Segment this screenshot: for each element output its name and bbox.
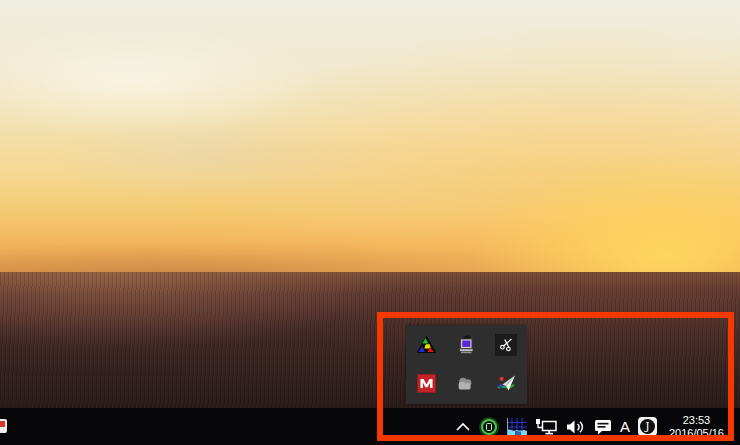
adobe-red-glyph [417,374,436,393]
monitor-purple-screen-icon[interactable] [454,333,478,357]
scissors-background [495,334,517,356]
cloud-gray-glyph [455,376,477,391]
taskbar-clock[interactable]: 23:53 2016/05/16 [669,414,724,440]
taskbar-partial-icon[interactable] [0,419,7,433]
clock-date: 2016/05/16 [669,427,724,440]
clock-time: 23:53 [669,414,724,427]
green-ring-glyph [486,423,492,431]
ime-mode-label: A [620,419,630,434]
cloud-gray-icon[interactable] [454,372,478,396]
j-app-icon[interactable]: J [638,417,657,436]
message-bubble-icon[interactable] [594,419,612,435]
j-app-glyph: J [640,419,655,434]
wallpaper-sky [0,0,740,272]
system-tray: A J 23:53 2016/05/16 [455,408,740,445]
multicolor-triangle-icon[interactable] [414,333,438,357]
volume-glyph [566,419,586,435]
scissors-icon[interactable] [494,333,518,357]
colorful-arrow-icon[interactable] [494,372,518,396]
ime-mode-indicator[interactable]: A [620,419,630,434]
volume-icon[interactable] [566,419,586,435]
network-wired-icon[interactable] [535,418,558,435]
taskbar: A J 23:53 2016/05/16 [0,408,740,445]
colorful-arrow-glyph [496,374,517,394]
message-bubble-glyph [594,419,612,435]
chevron-up-icon [455,422,471,432]
performance-graph-app-icon[interactable] [507,418,527,436]
green-ring [481,419,497,435]
show-hidden-icons-chevron[interactable] [455,422,471,432]
green-ring-app-icon[interactable] [479,417,499,437]
performance-graph-glyph [507,418,527,436]
tray-overflow-popup [406,325,527,404]
adobe-red-icon[interactable] [414,372,438,396]
monitor-purple-glyph [456,334,476,355]
network-wired-glyph [535,418,558,435]
scissors-glyph [499,337,514,352]
multicolor-triangle-glyph [416,335,437,354]
desktop-screen: A J 23:53 2016/05/16 [0,0,740,445]
